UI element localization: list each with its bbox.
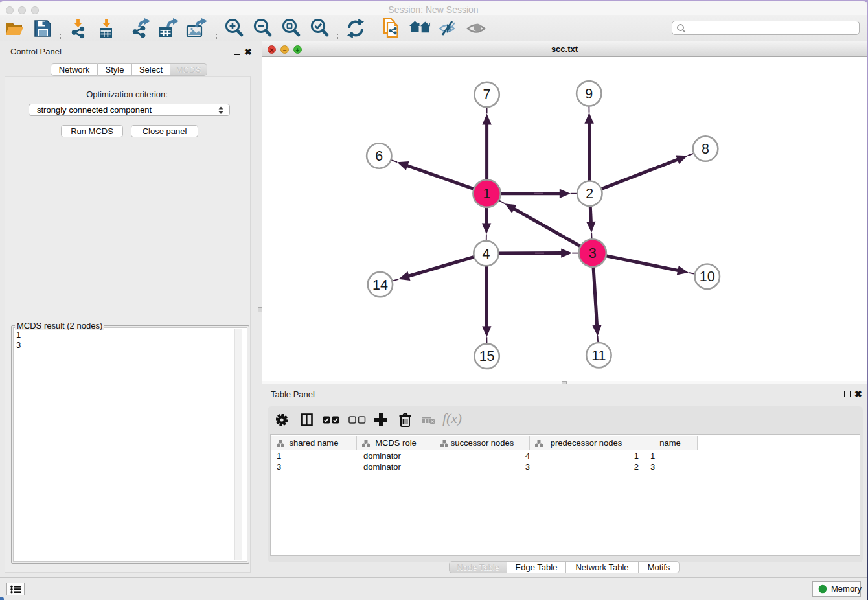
svg-text:1: 1 [483,186,491,202]
svg-text:6: 6 [375,148,383,164]
svg-text:9: 9 [585,86,593,102]
svg-text:3: 3 [589,246,597,261]
svg-text:15: 15 [479,349,495,364]
svg-text:f(x): f(x) [442,413,462,426]
svg-text:11: 11 [591,348,606,363]
svg-text:7: 7 [483,87,491,102]
svg-text:4: 4 [483,246,490,262]
svg-text:8: 8 [702,141,709,157]
svg-text:14: 14 [372,277,388,293]
svg-text:10: 10 [700,269,715,284]
svg-text:2: 2 [586,186,593,202]
